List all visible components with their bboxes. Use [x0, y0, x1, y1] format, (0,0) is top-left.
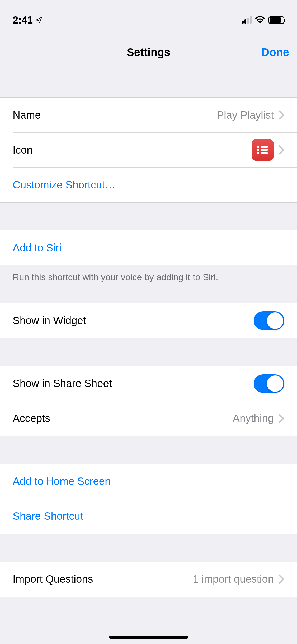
row-share-shortcut[interactable]: Share Shortcut: [0, 499, 297, 534]
show-in-share-sheet-label: Show in Share Sheet: [13, 378, 254, 389]
wifi-icon: [255, 15, 265, 26]
status-right: [242, 15, 284, 26]
location-arrow-icon: [35, 15, 42, 26]
customize-shortcut-link: Customize Shortcut…: [13, 179, 284, 191]
section-distribution: Add to Home Screen Share Shortcut: [0, 464, 297, 534]
svg-point-3: [257, 149, 259, 151]
status-bar: 2:41: [0, 0, 297, 35]
section-share-sheet: Show in Share Sheet Accepts Anything: [0, 366, 297, 436]
show-in-share-sheet-toggle[interactable]: [254, 374, 284, 393]
chevron-right-icon: [279, 110, 284, 120]
list-bullet-icon: [256, 145, 269, 155]
row-name[interactable]: Name Play Playlist: [0, 98, 297, 132]
nav-bar: Settings Done: [0, 35, 297, 70]
battery-icon: [268, 16, 284, 24]
row-icon-label: Icon: [13, 144, 252, 156]
import-questions-value: 1 import question: [193, 573, 274, 585]
accepts-label: Accepts: [13, 412, 233, 424]
add-to-home-screen-link: Add to Home Screen: [13, 475, 284, 487]
add-to-siri-link: Add to Siri: [13, 242, 284, 254]
row-name-value: Play Playlist: [217, 109, 274, 121]
svg-point-0: [259, 22, 261, 23]
page-title: Settings: [127, 46, 171, 59]
chevron-right-icon: [279, 145, 284, 155]
row-show-in-share-sheet: Show in Share Sheet: [0, 366, 297, 401]
done-button[interactable]: Done: [170, 46, 289, 59]
accepts-value: Anything: [233, 412, 274, 424]
row-add-to-home-screen[interactable]: Add to Home Screen: [0, 464, 297, 499]
import-questions-label: Import Questions: [13, 573, 193, 585]
row-accepts[interactable]: Accepts Anything: [0, 401, 297, 436]
row-import-questions[interactable]: Import Questions 1 import question: [0, 562, 297, 597]
status-time: 2:41: [13, 15, 33, 26]
cellular-signal-icon: [242, 17, 252, 24]
shortcut-icon-tile: [252, 139, 274, 161]
svg-rect-4: [261, 149, 268, 151]
section-siri: Add to Siri: [0, 230, 297, 265]
home-indicator[interactable]: [109, 636, 188, 639]
chevron-right-icon: [279, 574, 284, 584]
section-basic: Name Play Playlist Icon Customize Shortc…: [0, 97, 297, 203]
show-in-widget-toggle[interactable]: [254, 311, 284, 330]
svg-point-1: [257, 146, 259, 148]
svg-rect-2: [261, 146, 268, 148]
section-widget: Show in Widget: [0, 303, 297, 338]
share-shortcut-link: Share Shortcut: [13, 510, 284, 522]
chevron-right-icon: [279, 414, 284, 423]
row-show-in-widget: Show in Widget: [0, 303, 297, 338]
row-customize-shortcut[interactable]: Customize Shortcut…: [0, 167, 297, 202]
row-name-label: Name: [13, 109, 217, 121]
show-in-widget-label: Show in Widget: [13, 315, 254, 326]
svg-point-5: [257, 152, 259, 154]
status-time-group: 2:41: [13, 15, 42, 26]
siri-footer-text: Run this shortcut with your voice by add…: [0, 265, 297, 283]
section-import: Import Questions 1 import question: [0, 562, 297, 597]
row-icon[interactable]: Icon: [0, 132, 297, 167]
row-add-to-siri[interactable]: Add to Siri: [0, 230, 297, 265]
svg-rect-6: [261, 152, 268, 154]
